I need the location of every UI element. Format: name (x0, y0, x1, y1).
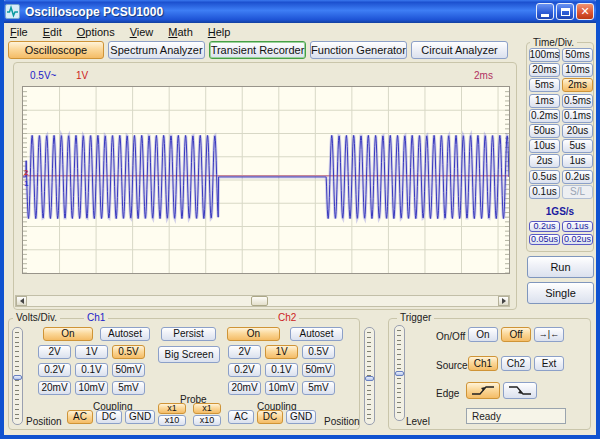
ch1-on-button[interactable]: On (43, 327, 93, 341)
app-window: Oscilloscope PCSU1000 ✕ FileEditOptionsV… (0, 0, 600, 439)
maximize-button[interactable] (556, 3, 574, 20)
timediv-10us[interactable]: 10us (529, 139, 560, 153)
samplerate-label: 1GS/s (526, 206, 594, 217)
ch2-scale-20mv[interactable]: 20mV (228, 381, 261, 395)
menu-file[interactable]: File (10, 26, 28, 38)
ch1-autoset-button[interactable]: Autoset (100, 327, 150, 341)
timediv-20us[interactable]: 20us (562, 124, 593, 138)
timediv-0.1ms[interactable]: 0.1ms (562, 109, 593, 123)
scroll-thumb[interactable] (251, 296, 268, 306)
ch2-coupling-gnd[interactable]: GND (286, 410, 316, 424)
trigger-status-field: Ready (466, 408, 566, 424)
big-screen-button[interactable]: Big Screen (158, 346, 220, 363)
trigger-source-ch1[interactable]: Ch1 (468, 356, 498, 371)
ch1-scale-50mv[interactable]: 50mV (112, 363, 145, 377)
ch2-coupling-ac[interactable]: AC (228, 410, 254, 424)
menu-help[interactable]: Help (208, 26, 231, 38)
gs-0.02us[interactable]: 0.02us (562, 234, 593, 245)
menu-math[interactable]: Math (168, 26, 192, 38)
timediv-20ms[interactable]: 20ms (529, 63, 560, 77)
trigger-edge-falling-button[interactable] (503, 382, 537, 399)
probe-ch2-x10[interactable]: x10 (193, 415, 221, 426)
ch1-scale-0.2v[interactable]: 0.2V (38, 363, 71, 377)
scope-scrollbar[interactable] (15, 295, 510, 307)
timediv-5us[interactable]: 5us (562, 139, 593, 153)
ch1-coupling-gnd[interactable]: GND (125, 410, 155, 424)
app-icon (5, 4, 20, 19)
probe-ch1-x1[interactable]: x1 (158, 403, 186, 414)
timediv-1ms[interactable]: 1ms (529, 94, 560, 108)
menu-edit[interactable]: Edit (43, 26, 62, 38)
ch2-label: Ch2 (275, 312, 299, 323)
trigger-source-ext[interactable]: Ext (534, 356, 564, 371)
scroll-right-icon[interactable] (498, 296, 509, 306)
trigger-edge-rising-button[interactable] (466, 382, 500, 399)
ch2-volts-buttons: 2V1V0.5V0.2V0.1V50mV20mV10mV5mV (228, 345, 335, 395)
ch1-scale-5mv[interactable]: 5mV (112, 381, 145, 395)
ch2-scale-0.5v[interactable]: 0.5V (302, 345, 335, 359)
timediv-5ms[interactable]: 5ms (529, 78, 560, 92)
ch1-coupling-ac[interactable]: AC (67, 410, 93, 424)
trigger-level-thumb[interactable] (395, 371, 404, 376)
gs-0.1us[interactable]: 0.1us (562, 221, 593, 232)
ch2-on-button[interactable]: On (227, 327, 280, 341)
timediv-1us[interactable]: 1us (562, 154, 593, 168)
timediv-0.5us[interactable]: 0.5us (529, 170, 560, 184)
timediv-0.2us[interactable]: 0.2us (562, 170, 593, 184)
menu-options[interactable]: Options (77, 26, 115, 38)
trigger-off-button[interactable]: Off (501, 327, 531, 342)
single-button[interactable]: Single (527, 282, 594, 304)
probe-ch2-x1[interactable]: x1 (193, 403, 221, 414)
trigger-level-slider[interactable] (394, 325, 405, 421)
timediv-2us[interactable]: 2us (529, 154, 560, 168)
ch1-coupling-dc[interactable]: DC (96, 410, 122, 424)
ch1-position-slider[interactable] (12, 327, 23, 425)
timediv-0.1us[interactable]: 0.1us (529, 185, 560, 199)
timediv-0.5ms[interactable]: 0.5ms (562, 94, 593, 108)
timediv-50ms[interactable]: 50ms (562, 48, 593, 62)
persist-button[interactable]: Persist (161, 327, 216, 341)
ch1-scale-2v[interactable]: 2V (38, 345, 71, 359)
ch2-scale-50mv[interactable]: 50mV (302, 363, 335, 377)
ch2-scale-0.1v[interactable]: 0.1V (265, 363, 298, 377)
ch1-position-thumb[interactable] (13, 375, 22, 380)
ch1-scale-1v[interactable]: 1V (75, 345, 108, 359)
menu-view[interactable]: View (130, 26, 154, 38)
timediv-10ms[interactable]: 10ms (562, 63, 593, 77)
probe-ch1-x10[interactable]: x10 (158, 415, 186, 426)
timediv-0.2ms[interactable]: 0.2ms (529, 109, 560, 123)
run-button[interactable]: Run (527, 256, 594, 278)
ch1-scale-10mv[interactable]: 10mV (75, 381, 108, 395)
scroll-left-icon[interactable] (16, 296, 27, 306)
ch2-coupling-dc[interactable]: DC (257, 410, 283, 424)
timediv-2ms[interactable]: 2ms (562, 78, 593, 92)
timediv-100ms[interactable]: 100ms (529, 48, 560, 62)
close-button[interactable]: ✕ (576, 3, 594, 20)
ch1-scale-0.5v[interactable]: 0.5V (112, 345, 145, 359)
ch2-autoset-button[interactable]: Autoset (290, 327, 343, 341)
gs-0.05us[interactable]: 0.05us (529, 234, 560, 245)
trigger-source-ch2[interactable]: Ch2 (501, 356, 531, 371)
ch2-position-thumb[interactable] (365, 376, 374, 381)
tab-transient-recorder[interactable]: Transient Recorder (209, 41, 306, 59)
tab-circuit-analyzer[interactable]: Circuit Analyzer (411, 41, 508, 59)
gs-0.2us[interactable]: 0.2us (529, 221, 560, 232)
tab-oscilloscope[interactable]: Oscilloscope (8, 41, 104, 59)
tab-function-generator[interactable]: Function Generator (310, 41, 407, 59)
tab-spectrum-analyzer[interactable]: Spectrum Analyzer (108, 41, 205, 59)
falling-edge-icon (508, 385, 532, 396)
ch2-scale-2v[interactable]: 2V (228, 345, 261, 359)
minimize-button[interactable] (536, 3, 554, 20)
ch2-scale-1v[interactable]: 1V (265, 345, 298, 359)
ch2-scale-0.2v[interactable]: 0.2V (228, 363, 261, 377)
ch1-scale-0.1v[interactable]: 0.1V (75, 363, 108, 377)
ch1-scale-20mv[interactable]: 20mV (38, 381, 71, 395)
trigger-position-button[interactable]: →|← (534, 327, 564, 342)
ch2-position-slider[interactable] (364, 327, 375, 425)
timediv-50us[interactable]: 50us (529, 124, 560, 138)
trigger-label: Trigger (397, 312, 434, 323)
ch2-scale-10mv[interactable]: 10mV (265, 381, 298, 395)
trigger-on-button[interactable]: On (468, 327, 498, 342)
ch1-position-marker: 1 (24, 179, 29, 188)
ch2-scale-5mv[interactable]: 5mV (302, 381, 335, 395)
